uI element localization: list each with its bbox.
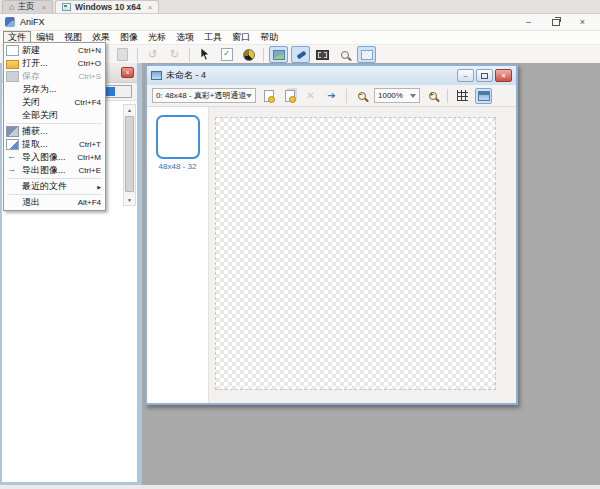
frame-list: 48x48 - 32 — [147, 107, 209, 403]
delete-x-icon: ✕ — [306, 90, 314, 101]
zoom-out-icon: − — [358, 92, 366, 100]
tab-home[interactable]: ⌂ 主页 × — [2, 0, 53, 13]
cursor-arrow-icon — [200, 48, 210, 61]
scrollbar-thumb[interactable] — [125, 116, 134, 192]
export-arrow-icon: ➔ — [327, 90, 335, 101]
capture-icon — [6, 126, 19, 137]
frame-thumbnail-label: 48x48 - 32 — [147, 162, 208, 171]
vm-icon — [62, 3, 71, 11]
test-area-icon — [316, 50, 329, 60]
menu-icon-spacer — [6, 181, 19, 192]
paste-button[interactable] — [113, 46, 132, 63]
preview-toggle-button[interactable] — [269, 46, 288, 63]
new-document-icon — [6, 45, 19, 56]
menu-icon-spacer — [6, 197, 19, 208]
toolbar-separator — [137, 48, 138, 62]
paintbrush-icon — [295, 49, 307, 60]
menu-item-recent-files[interactable]: 最近的文件 ▶ — [4, 180, 105, 193]
anifx-window: AniFX – × 文件 编辑 视图 效果 图像 光标 选项 工具 窗口 帮助 … — [0, 14, 600, 489]
zoom-select[interactable]: 1000% — [374, 88, 420, 103]
toolbar-separator — [263, 48, 264, 62]
redo-button[interactable]: ↻ — [165, 46, 184, 63]
menu-window[interactable]: 窗口 — [227, 31, 255, 44]
menu-separator — [7, 178, 102, 179]
extract-icon — [6, 139, 19, 150]
export-image-icon — [6, 165, 19, 176]
document-icon — [151, 71, 162, 80]
home-icon: ⌂ — [9, 2, 14, 12]
menu-tools[interactable]: 工具 — [199, 31, 227, 44]
scroll-down-icon[interactable]: ▼ — [124, 195, 135, 205]
zoom-in-button[interactable]: + — [424, 88, 441, 104]
format-select[interactable]: 0: 48x48 - 真彩+透明通道 — [152, 88, 256, 103]
grid-toggle-button[interactable] — [454, 88, 471, 104]
document-minimize-button[interactable]: – — [457, 69, 474, 82]
toolbar-separator — [346, 89, 347, 103]
document-titlebar[interactable]: 未命名 - 4 – × — [147, 66, 516, 85]
test-cursor-button[interactable] — [217, 46, 236, 63]
file-menu-popup: 新建 Ctrl+N 打开... Ctrl+O 保存 Ctrl+S 另存为... … — [3, 42, 106, 211]
draw-toggle-button[interactable] — [291, 46, 310, 63]
add-image-button[interactable] — [260, 88, 277, 104]
editor-canvas[interactable] — [209, 107, 516, 403]
checkmark-icon — [221, 48, 233, 61]
color-wheel-icon — [243, 49, 255, 61]
window-controls: – × — [515, 15, 596, 29]
tab-vm[interactable]: Windows 10 x64 × — [55, 0, 159, 13]
menu-item-open[interactable]: 打开... Ctrl+O — [4, 57, 105, 70]
submenu-arrow-icon: ▶ — [97, 184, 101, 190]
scroll-up-icon[interactable]: ▲ — [124, 105, 135, 115]
menu-options[interactable]: 选项 — [171, 31, 199, 44]
zoom-tool-button[interactable] — [335, 46, 354, 63]
maximize-button[interactable] — [542, 15, 569, 29]
menu-item-save-as[interactable]: 另存为... — [4, 83, 105, 96]
color-wheel-button[interactable] — [239, 46, 258, 63]
menu-icon-spacer — [6, 84, 19, 95]
open-folder-icon — [6, 60, 19, 69]
zoom-out-button[interactable]: − — [353, 88, 370, 104]
menu-item-save[interactable]: 保存 Ctrl+S — [4, 70, 105, 83]
toolbar-separator — [447, 89, 448, 103]
menu-separator — [7, 123, 102, 124]
menu-item-exit[interactable]: 退出 Alt+F4 — [4, 196, 105, 209]
menu-cursor[interactable]: 光标 — [143, 31, 171, 44]
chevron-down-icon — [246, 94, 252, 98]
transparent-image-area[interactable] — [215, 117, 496, 390]
menu-item-close[interactable]: 关闭 Ctrl+F4 — [4, 96, 105, 109]
close-button[interactable]: × — [569, 15, 596, 29]
redo-icon: ↻ — [170, 49, 179, 60]
menu-item-import-image[interactable]: 导入图像... Ctrl+M — [4, 151, 105, 164]
undo-button[interactable]: ↺ — [143, 46, 162, 63]
minimize-button[interactable]: – — [515, 15, 542, 29]
document-restore-button[interactable] — [476, 69, 493, 82]
delete-image-button[interactable]: ✕ — [302, 88, 319, 104]
menu-item-extract[interactable]: 提取... Ctrl+T — [4, 138, 105, 151]
menu-item-close-all[interactable]: 全部关闭 — [4, 109, 105, 122]
maximize-icon — [552, 19, 560, 26]
export-image-button[interactable]: ➔ — [323, 88, 340, 104]
picture-icon — [273, 50, 285, 60]
vertical-scrollbar[interactable]: ▲ ▼ — [123, 104, 136, 206]
tab-home-close-icon[interactable]: × — [41, 3, 46, 12]
transparency-grid-icon — [361, 50, 373, 60]
paste-icon — [117, 48, 128, 61]
anifx-title: AniFX — [20, 17, 45, 27]
preview-window-icon — [478, 91, 490, 101]
preview-pane-button[interactable] — [475, 88, 492, 104]
menu-icon-spacer — [6, 97, 19, 108]
duplicate-image-icon — [285, 90, 295, 102]
menu-item-capture[interactable]: 捕获... — [4, 125, 105, 138]
duplicate-image-button[interactable] — [281, 88, 298, 104]
tab-vm-close-icon[interactable]: × — [148, 3, 153, 12]
zoom-select-value: 1000% — [378, 91, 403, 100]
menu-item-new[interactable]: 新建 Ctrl+N — [4, 44, 105, 57]
test-area-button[interactable] — [313, 46, 332, 63]
menu-help[interactable]: 帮助 — [255, 31, 283, 44]
cursor-tool-button[interactable] — [195, 46, 214, 63]
transparency-toggle-button[interactable] — [357, 46, 376, 63]
menu-item-export-image[interactable]: 导出图像... Ctrl+E — [4, 164, 105, 177]
menu-image[interactable]: 图像 — [115, 31, 143, 44]
frame-thumbnail-selected[interactable] — [156, 115, 200, 159]
document-close-button[interactable]: × — [495, 69, 512, 82]
background-window-close-button[interactable]: × — [121, 67, 134, 78]
